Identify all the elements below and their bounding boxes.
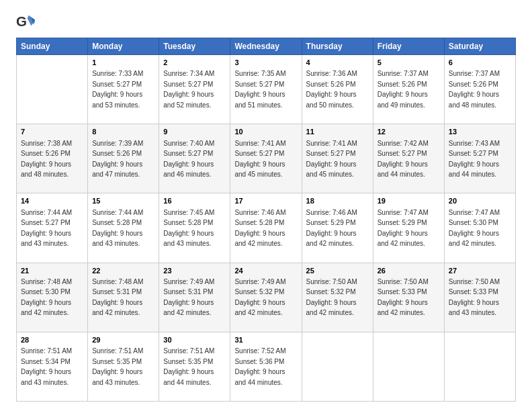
day-number: 13 (449, 127, 511, 137)
day-info: Sunrise: 7:42 AMSunset: 5:27 PMDaylight:… (378, 140, 429, 179)
day-info: Sunrise: 7:46 AMSunset: 5:29 PMDaylight:… (306, 209, 357, 248)
calendar-header-row: SundayMondayTuesdayWednesdayThursdayFrid… (17, 38, 516, 55)
day-number: 27 (449, 266, 511, 276)
day-info: Sunrise: 7:46 AMSunset: 5:28 PMDaylight:… (234, 209, 285, 248)
calendar-cell: 29Sunrise: 7:51 AMSunset: 5:35 PMDayligh… (88, 332, 159, 401)
logo: G (16, 12, 36, 31)
calendar-header-saturday: Saturday (444, 38, 515, 55)
day-number: 21 (21, 266, 83, 276)
calendar-cell: 8Sunrise: 7:39 AMSunset: 5:26 PMDaylight… (88, 124, 159, 193)
calendar-cell: 30Sunrise: 7:51 AMSunset: 5:35 PMDayligh… (159, 332, 230, 401)
calendar-week-4: 21Sunrise: 7:48 AMSunset: 5:30 PMDayligh… (17, 263, 516, 332)
day-number: 16 (163, 196, 226, 206)
day-info: Sunrise: 7:47 AMSunset: 5:29 PMDaylight:… (378, 209, 429, 248)
day-info: Sunrise: 7:50 AMSunset: 5:33 PMDaylight:… (449, 278, 500, 317)
day-number: 12 (378, 127, 440, 137)
calendar-cell: 9Sunrise: 7:40 AMSunset: 5:27 PMDaylight… (159, 124, 230, 193)
calendar-cell: 20Sunrise: 7:47 AMSunset: 5:30 PMDayligh… (444, 193, 515, 263)
calendar-week-5: 28Sunrise: 7:51 AMSunset: 5:34 PMDayligh… (17, 332, 516, 401)
calendar-header-friday: Friday (373, 38, 444, 55)
logo-icon: G (16, 12, 35, 31)
calendar-cell: 25Sunrise: 7:50 AMSunset: 5:32 PMDayligh… (302, 263, 373, 332)
calendar-cell: 11Sunrise: 7:41 AMSunset: 5:27 PMDayligh… (302, 124, 373, 193)
page: G SundayMondayTuesdayWednesdayThursdayFr… (0, 0, 532, 411)
day-number: 6 (449, 58, 511, 68)
calendar-cell: 18Sunrise: 7:46 AMSunset: 5:29 PMDayligh… (302, 193, 373, 263)
calendar-header-sunday: Sunday (17, 38, 88, 55)
day-number: 31 (234, 335, 297, 345)
calendar-cell: 28Sunrise: 7:51 AMSunset: 5:34 PMDayligh… (17, 332, 88, 401)
day-number: 14 (21, 196, 83, 206)
calendar-cell: 14Sunrise: 7:44 AMSunset: 5:27 PMDayligh… (17, 193, 88, 263)
day-number: 19 (378, 196, 440, 206)
calendar-cell: 23Sunrise: 7:49 AMSunset: 5:31 PMDayligh… (159, 263, 230, 332)
calendar-cell: 22Sunrise: 7:48 AMSunset: 5:31 PMDayligh… (88, 263, 159, 332)
day-info: Sunrise: 7:51 AMSunset: 5:34 PMDaylight:… (21, 347, 72, 386)
day-number: 9 (163, 127, 226, 137)
day-number: 25 (306, 266, 369, 276)
day-number: 15 (92, 196, 154, 206)
day-number: 28 (21, 335, 83, 345)
day-info: Sunrise: 7:37 AMSunset: 5:26 PMDaylight:… (378, 70, 429, 109)
day-number: 18 (306, 196, 369, 206)
calendar-cell: 5Sunrise: 7:37 AMSunset: 5:26 PMDaylight… (373, 55, 444, 124)
day-number: 1 (92, 58, 154, 68)
calendar-cell: 7Sunrise: 7:38 AMSunset: 5:26 PMDaylight… (17, 124, 88, 193)
day-number: 24 (234, 266, 297, 276)
day-number: 26 (378, 266, 440, 276)
calendar-cell: 12Sunrise: 7:42 AMSunset: 5:27 PMDayligh… (373, 124, 444, 193)
calendar-cell: 3Sunrise: 7:35 AMSunset: 5:27 PMDaylight… (230, 55, 302, 124)
day-info: Sunrise: 7:45 AMSunset: 5:28 PMDaylight:… (163, 209, 214, 248)
day-info: Sunrise: 7:34 AMSunset: 5:27 PMDaylight:… (163, 70, 214, 109)
svg-text:G: G (16, 13, 27, 29)
calendar-cell (373, 332, 444, 401)
calendar-week-3: 14Sunrise: 7:44 AMSunset: 5:27 PMDayligh… (17, 193, 516, 263)
calendar-header-wednesday: Wednesday (230, 38, 302, 55)
calendar-cell: 24Sunrise: 7:49 AMSunset: 5:32 PMDayligh… (230, 263, 302, 332)
day-info: Sunrise: 7:44 AMSunset: 5:28 PMDaylight:… (92, 209, 143, 248)
calendar-cell: 26Sunrise: 7:50 AMSunset: 5:33 PMDayligh… (373, 263, 444, 332)
calendar-cell: 4Sunrise: 7:36 AMSunset: 5:26 PMDaylight… (302, 55, 373, 124)
calendar-header-thursday: Thursday (302, 38, 373, 55)
calendar-cell: 13Sunrise: 7:43 AMSunset: 5:27 PMDayligh… (444, 124, 515, 193)
day-info: Sunrise: 7:49 AMSunset: 5:31 PMDaylight:… (163, 278, 214, 317)
day-info: Sunrise: 7:47 AMSunset: 5:30 PMDaylight:… (449, 209, 500, 248)
day-info: Sunrise: 7:41 AMSunset: 5:27 PMDaylight:… (234, 140, 285, 179)
day-info: Sunrise: 7:36 AMSunset: 5:26 PMDaylight:… (306, 70, 357, 109)
day-number: 5 (378, 58, 440, 68)
day-number: 10 (234, 127, 297, 137)
day-number: 8 (92, 127, 154, 137)
day-info: Sunrise: 7:37 AMSunset: 5:26 PMDaylight:… (449, 70, 500, 109)
day-info: Sunrise: 7:48 AMSunset: 5:30 PMDaylight:… (21, 278, 72, 317)
day-info: Sunrise: 7:51 AMSunset: 5:35 PMDaylight:… (92, 347, 143, 386)
calendar-cell: 19Sunrise: 7:47 AMSunset: 5:29 PMDayligh… (373, 193, 444, 263)
day-info: Sunrise: 7:40 AMSunset: 5:27 PMDaylight:… (163, 140, 214, 179)
calendar-cell: 10Sunrise: 7:41 AMSunset: 5:27 PMDayligh… (230, 124, 302, 193)
day-number: 20 (449, 196, 511, 206)
calendar-cell: 21Sunrise: 7:48 AMSunset: 5:30 PMDayligh… (17, 263, 88, 332)
day-number: 30 (163, 335, 226, 345)
day-number: 4 (306, 58, 369, 68)
day-number: 11 (306, 127, 369, 137)
calendar-cell (444, 332, 515, 401)
day-info: Sunrise: 7:48 AMSunset: 5:31 PMDaylight:… (92, 278, 143, 317)
day-number: 22 (92, 266, 154, 276)
day-info: Sunrise: 7:43 AMSunset: 5:27 PMDaylight:… (449, 140, 500, 179)
day-number: 17 (234, 196, 297, 206)
calendar-week-1: 1Sunrise: 7:33 AMSunset: 5:27 PMDaylight… (17, 55, 516, 124)
calendar-table: SundayMondayTuesdayWednesdayThursdayFrid… (16, 38, 516, 402)
day-info: Sunrise: 7:50 AMSunset: 5:33 PMDaylight:… (378, 278, 429, 317)
calendar-cell: 15Sunrise: 7:44 AMSunset: 5:28 PMDayligh… (88, 193, 159, 263)
calendar-cell: 6Sunrise: 7:37 AMSunset: 5:26 PMDaylight… (444, 55, 515, 124)
day-info: Sunrise: 7:51 AMSunset: 5:35 PMDaylight:… (163, 347, 214, 386)
calendar-cell: 1Sunrise: 7:33 AMSunset: 5:27 PMDaylight… (88, 55, 159, 124)
calendar-cell: 27Sunrise: 7:50 AMSunset: 5:33 PMDayligh… (444, 263, 515, 332)
calendar-cell (302, 332, 373, 401)
day-info: Sunrise: 7:44 AMSunset: 5:27 PMDaylight:… (21, 209, 72, 248)
day-info: Sunrise: 7:38 AMSunset: 5:26 PMDaylight:… (21, 140, 72, 179)
calendar-cell: 16Sunrise: 7:45 AMSunset: 5:28 PMDayligh… (159, 193, 230, 263)
day-info: Sunrise: 7:50 AMSunset: 5:32 PMDaylight:… (306, 278, 357, 317)
day-info: Sunrise: 7:39 AMSunset: 5:26 PMDaylight:… (92, 140, 143, 179)
day-number: 29 (92, 335, 154, 345)
day-info: Sunrise: 7:52 AMSunset: 5:36 PMDaylight:… (234, 347, 285, 386)
